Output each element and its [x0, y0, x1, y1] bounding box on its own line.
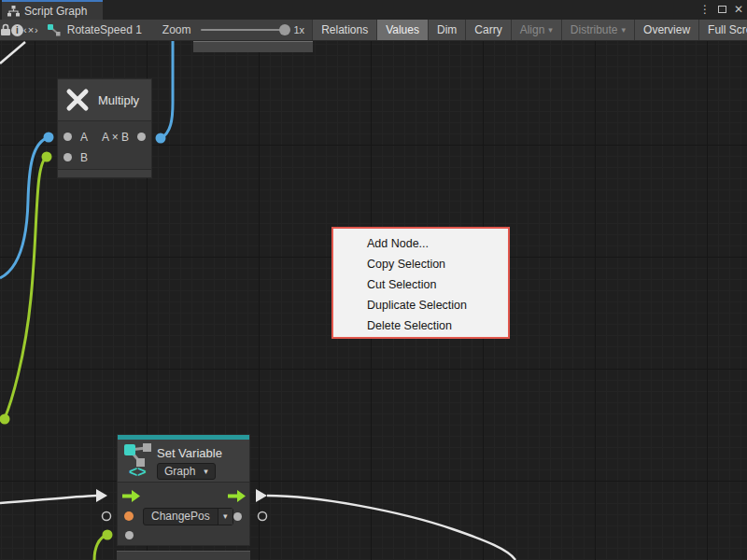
- variable-input-port-icon[interactable]: [124, 511, 134, 521]
- variable-name-label: ChangePos: [144, 509, 218, 525]
- multiply-icon: [65, 88, 90, 112]
- tab-title: Script Graph: [24, 5, 87, 18]
- distribute-button[interactable]: Distribute ▾: [561, 20, 634, 40]
- menu-item-cut-selection[interactable]: Cut Selection: [333, 274, 508, 295]
- tab-script-graph[interactable]: Script Graph: [2, 0, 103, 20]
- set-variable-node[interactable]: <> Set Variable Graph ▾ ChangePos ▾: [117, 434, 250, 546]
- value-output-port-icon[interactable]: [233, 512, 242, 521]
- graph-toolbar: i ‹×› RotateSpeed 1 Zoom 1x Relations: [0, 20, 747, 41]
- info-button[interactable]: i: [11, 20, 23, 40]
- set-variable-header[interactable]: <> Set Variable Graph ▾: [118, 440, 249, 483]
- code-toggle-button[interactable]: ‹×›: [23, 20, 39, 40]
- carry-button[interactable]: Carry: [465, 20, 510, 40]
- variable-name-dropdown[interactable]: ChangePos ▾: [143, 508, 233, 525]
- lock-button[interactable]: [0, 20, 11, 40]
- menu-item-copy-selection[interactable]: Copy Selection: [333, 254, 508, 274]
- port-b-icon[interactable]: [63, 153, 72, 161]
- graph-tab-icon: [7, 6, 20, 17]
- multiply-node-title: Multiply: [98, 93, 139, 107]
- control-out-port-icon[interactable]: [228, 490, 246, 502]
- close-icon[interactable]: ✕: [734, 3, 743, 16]
- caret-down-icon: ▾: [218, 509, 233, 525]
- menu-item-delete-selection[interactable]: Delete Selection: [333, 315, 508, 336]
- set-variable-title: Set Variable: [157, 446, 222, 460]
- fallback-input-port-icon[interactable]: [125, 531, 134, 539]
- context-menu: Add Node... Copy Selection Cut Selection…: [331, 227, 510, 339]
- align-button[interactable]: Align ▾: [511, 20, 561, 40]
- caret-down-icon: ▾: [548, 25, 553, 35]
- set-variable-footer-strip: [117, 551, 250, 560]
- relations-label: Relations: [321, 23, 368, 36]
- info-icon: i: [11, 24, 23, 36]
- graph-breadcrumb-label: RotateSpeed 1: [67, 23, 142, 36]
- script-graph-window: Multiply A A × B B <> Set Variable: [0, 0, 747, 560]
- graph-breadcrumb[interactable]: RotateSpeed 1: [39, 20, 151, 40]
- values-label: Values: [386, 23, 419, 36]
- dim-label: Dim: [437, 23, 457, 36]
- code-toggle-icon: ‹×›: [23, 24, 39, 35]
- graph-asset-icon: [47, 23, 61, 37]
- relations-button[interactable]: Relations: [312, 20, 376, 40]
- port-result-label: A × B: [102, 131, 129, 144]
- align-label: Align: [520, 23, 545, 36]
- svg-text:<>: <>: [129, 464, 147, 480]
- menu-item-duplicate-selection[interactable]: Duplicate Selection: [333, 295, 508, 315]
- tab-bar: Script Graph ⋮ ✕: [0, 0, 747, 20]
- caret-down-icon: ▾: [622, 25, 627, 35]
- distribute-label: Distribute: [571, 23, 618, 36]
- zoom-control: Zoom 1x: [162, 20, 310, 40]
- full-screen-button[interactable]: Full Screen: [698, 20, 747, 40]
- values-button[interactable]: Values: [376, 20, 428, 40]
- multiply-node-footer: [58, 169, 151, 177]
- port-a-label: A: [80, 131, 88, 144]
- multiply-node[interactable]: Multiply A A × B B: [57, 78, 152, 178]
- variable-kind-label: Graph: [164, 465, 195, 478]
- variable-kind-dropdown[interactable]: Graph ▾: [157, 463, 216, 480]
- zoom-level: 1x: [294, 24, 305, 35]
- toolbar-toggle-buttons: Relations Values Dim Carry Align ▾ Distr…: [312, 20, 747, 40]
- lock-icon: [0, 23, 11, 36]
- carry-label: Carry: [474, 23, 501, 36]
- overview-button[interactable]: Overview: [634, 20, 698, 40]
- set-variable-body: ChangePos ▾: [118, 483, 249, 545]
- set-variable-icon: <>: [120, 441, 156, 481]
- menu-item-add-node[interactable]: Add Node...: [333, 233, 508, 254]
- partially-hidden-node[interactable]: [193, 41, 313, 52]
- zoom-slider-knob[interactable]: [279, 24, 290, 35]
- overview-label: Overview: [643, 23, 690, 36]
- multiply-node-body: A A × B B: [58, 121, 151, 169]
- port-result-icon[interactable]: [137, 133, 146, 141]
- control-in-port-icon[interactable]: [122, 490, 140, 502]
- dim-button[interactable]: Dim: [428, 20, 465, 40]
- maximize-icon[interactable]: [718, 3, 726, 16]
- port-a-icon[interactable]: [63, 133, 72, 141]
- caret-down-icon: ▾: [204, 467, 208, 476]
- kebab-menu-icon[interactable]: ⋮: [699, 3, 711, 16]
- zoom-slider[interactable]: [201, 29, 287, 31]
- window-controls: ⋮ ✕: [699, 2, 743, 17]
- port-b-label: B: [80, 151, 88, 164]
- full-screen-label: Full Screen: [708, 23, 747, 36]
- zoom-label: Zoom: [162, 23, 191, 36]
- multiply-node-header[interactable]: Multiply: [58, 79, 151, 121]
